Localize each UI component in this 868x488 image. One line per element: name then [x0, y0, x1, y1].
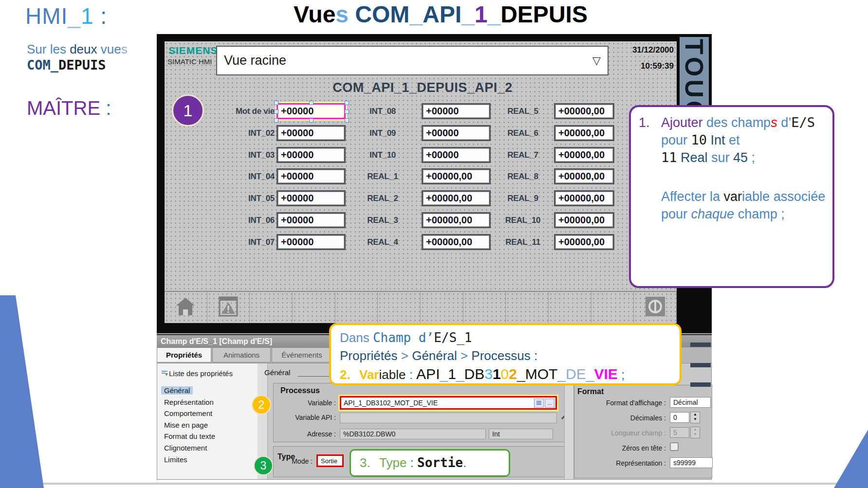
variable-api-field[interactable] — [340, 413, 557, 423]
toolbar-button-empty[interactable] — [421, 292, 463, 323]
pane-splitter-bar[interactable] — [690, 382, 711, 387]
property-list-item-label: Format du texte — [161, 432, 218, 440]
instruction-callout-1: 1.Ajouter des champs d’E/S pour 10 Int e… — [629, 105, 834, 288]
text-span: 11 — [661, 150, 677, 165]
text-span: E/S — [791, 115, 815, 130]
selection-handle[interactable] — [274, 118, 278, 123]
decimales-field[interactable]: 0 — [670, 412, 689, 423]
io-grid-row: INT_06+00000REAL_3+00000,00REAL_10+00000… — [165, 212, 677, 228]
io-field-label: REAL_1 — [358, 168, 407, 184]
decimales-spinner[interactable]: ▲▼ — [690, 412, 700, 423]
variable-list-icon[interactable] — [534, 398, 544, 408]
selection-handle[interactable] — [345, 109, 349, 114]
zeros-en-tete-checkbox[interactable] — [670, 442, 679, 451]
io-field[interactable]: +00000,00 — [554, 168, 614, 184]
io-field[interactable]: +00000,00 — [554, 125, 614, 141]
step-badge-2: 2 — [252, 395, 271, 415]
toolbar-button-empty[interactable] — [250, 292, 293, 323]
property-list-item-format-du-texte[interactable]: Format du texte — [161, 432, 218, 441]
toolbar-button-empty[interactable] — [506, 292, 549, 323]
selection-handle[interactable] — [345, 101, 349, 105]
toolbar-button-empty[interactable] — [335, 292, 378, 323]
io-field[interactable]: +00000 — [277, 125, 346, 141]
text-span: sur — [708, 150, 734, 165]
longueur-champ-spinner[interactable]: ▲▼ — [690, 427, 700, 438]
property-list-item-comportement[interactable]: Comportement — [161, 409, 215, 418]
io-field[interactable]: +00000 — [277, 190, 346, 206]
tab-proprietes[interactable]: Propriétés — [157, 347, 211, 362]
property-list-item-label: Comportement — [161, 409, 215, 417]
toolbar-button-empty[interactable] — [591, 292, 634, 323]
variable-field[interactable]: API_1_DB3102_MOT_DE_VIE ... — [340, 396, 557, 410]
format-title: Format — [577, 387, 604, 396]
text-span: . — [463, 455, 466, 470]
pane-splitter-bar[interactable] — [690, 343, 711, 347]
text-span: Général — [412, 348, 461, 363]
dropdown-arrow-icon[interactable]: ▽ — [592, 54, 608, 67]
io-field[interactable]: +00000 — [422, 125, 491, 141]
io-field[interactable]: +00000,00 — [554, 147, 614, 163]
selection-handle[interactable] — [274, 101, 278, 105]
io-field[interactable]: +00000 — [277, 103, 346, 119]
representation-field[interactable]: s99999 — [670, 457, 713, 468]
slide-canvas: HMI_1 : Vues COM_API_1_DEPUIS Sur les de… — [0, 0, 868, 488]
longueur-champ-field[interactable]: 5 — [670, 427, 689, 438]
text-span: _ — [487, 1, 500, 27]
text-span: Int — [707, 133, 725, 147]
tab-evenements[interactable]: Événements — [272, 347, 332, 362]
io-field[interactable]: +00000 — [277, 168, 346, 184]
toolbar-button-empty[interactable] — [293, 292, 335, 323]
io-field[interactable]: +00000,00 — [422, 168, 491, 184]
variable-browse-button[interactable]: ... — [545, 398, 554, 408]
io-field[interactable]: +00000 — [277, 234, 346, 250]
selection-handle[interactable] — [309, 118, 314, 123]
text-span: 1 — [493, 366, 501, 382]
io-field[interactable]: +00000 — [422, 103, 491, 119]
io-field[interactable]: +00000,00 — [554, 234, 614, 250]
io-field-label: REAL_10 — [499, 212, 547, 228]
tab-animations[interactable]: Animations — [212, 347, 271, 362]
io-field-label: REAL_2 — [358, 190, 407, 206]
io-field-label: REAL_8 — [499, 168, 547, 184]
property-list-item-mise-en-page[interactable]: Mise en page — [161, 420, 211, 430]
toolbar-button-home[interactable] — [165, 292, 207, 323]
toolbar-button-empty[interactable] — [463, 292, 506, 323]
toolbar-button-empty[interactable] — [549, 292, 591, 323]
io-field[interactable]: +00000,00 — [422, 190, 491, 206]
io-field[interactable]: +00000 — [422, 147, 491, 163]
io-field[interactable]: +00000,00 — [554, 190, 614, 206]
toolbar-button-diagnostics[interactable] — [634, 292, 677, 323]
mode-field[interactable]: Sortie — [316, 454, 344, 467]
io-field[interactable]: +00000,00 — [422, 234, 491, 250]
property-list-item-g-n-ral[interactable]: Général — [161, 386, 193, 396]
pane-splitter-bar[interactable] — [690, 363, 711, 367]
selection-handle[interactable] — [309, 101, 314, 105]
text-span: DEPUIS — [500, 1, 588, 27]
format-affichage-field[interactable]: Décimal — [670, 397, 711, 408]
adresse-type-field[interactable]: Int — [489, 429, 553, 439]
io-field[interactable]: +00000,00 — [554, 212, 614, 228]
property-list-item-clignotement[interactable]: Clignotement — [161, 443, 210, 453]
text-span: Processus : — [471, 348, 537, 363]
toolbar-button-empty[interactable] — [378, 292, 421, 323]
property-list-item-limites[interactable]: Limites — [161, 455, 190, 465]
hmi-toolbar — [165, 291, 677, 323]
hmi-time: 10:59:39 — [616, 61, 674, 71]
toolbar-button-alarm[interactable] — [207, 292, 250, 323]
property-list-item-repr-sentation[interactable]: Représentation — [161, 398, 217, 407]
selection-handle[interactable] — [274, 109, 278, 114]
io-field[interactable]: +00000 — [277, 147, 346, 163]
text-span: E/S_1 — [434, 330, 472, 345]
text-span: pour — [661, 207, 691, 221]
io-field[interactable]: +00000 — [277, 212, 346, 228]
io-field[interactable]: +00000,00 — [422, 212, 491, 228]
io-field[interactable]: +00000,00 — [554, 103, 614, 119]
property-list-header: Liste des propriétés — [169, 369, 233, 378]
text-span: HMI — [25, 3, 68, 29]
view-selector-dropdown[interactable]: Vue racine ▽ — [216, 46, 609, 75]
text-span: chaque — [691, 207, 735, 221]
adresse-field[interactable]: %DB3102.DBW0 — [340, 429, 486, 439]
selection-handle[interactable] — [345, 118, 349, 123]
diagnostics-icon — [646, 297, 665, 318]
mode-label: Mode : — [274, 457, 313, 465]
